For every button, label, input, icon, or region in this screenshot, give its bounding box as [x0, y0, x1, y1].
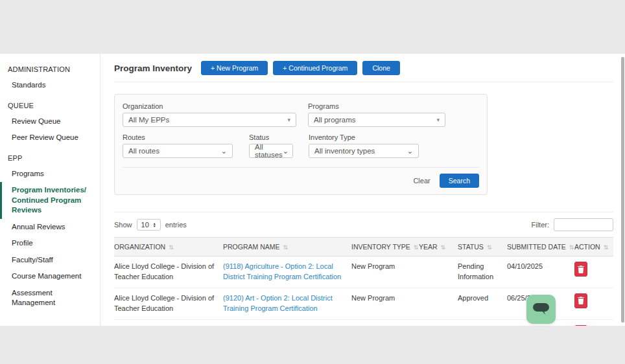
filter-label: Filter:	[532, 221, 550, 229]
column-header[interactable]: ACTION⇅	[574, 238, 613, 256]
programs-select[interactable]: All programs ▾	[308, 113, 445, 127]
sort-icon[interactable]: ⇅	[169, 244, 174, 251]
continued-program-button[interactable]: + Continued Program	[273, 61, 357, 75]
organization-label: Organization	[123, 102, 296, 110]
column-header[interactable]: YEAR⇅	[419, 238, 458, 256]
main-content: Program Inventory + New Program+ Continu…	[101, 54, 620, 326]
page-header: Program Inventory + New Program+ Continu…	[114, 60, 613, 76]
table-filter-input[interactable]	[554, 218, 613, 231]
sort-icon[interactable]: ⇅	[487, 244, 492, 251]
routes-label: Routes	[123, 133, 233, 141]
nav-section-header: QUEUE	[8, 102, 92, 109]
table-row: Alice Lloyd College - Division of Teache…	[114, 256, 613, 288]
section-divider	[114, 212, 613, 212]
column-header[interactable]: STATUS⇅	[458, 238, 507, 256]
sidebar: ADMINISTRATIONStandardsQUEUEReview Queue…	[0, 54, 100, 326]
routes-select[interactable]: All routes ⌄	[123, 144, 233, 158]
sort-icon[interactable]: ⇅	[414, 244, 419, 251]
page-size-select[interactable]: 10 ▲ ▼	[137, 219, 161, 231]
program-link[interactable]: (9120) Art - Option 2: Local District Tr…	[223, 294, 333, 312]
table-header-row: ORGANIZATION⇅PROGRAM NAME⇅INVENTORY TYPE…	[114, 238, 613, 256]
sidebar-item-program-inventories[interactable]: Program Inventories/ Continued Program R…	[0, 182, 100, 219]
screen: ADMINISTRATIONStandardsQUEUEReview Queue…	[0, 0, 625, 364]
sidebar-item-assessment-management[interactable]: Assessment Management	[0, 285, 100, 312]
routes-filter-group: Routes All routes ⌄	[123, 133, 233, 158]
programs-filter-group: Programs All programs ▾	[308, 102, 445, 127]
column-label: ORGANIZATION	[114, 243, 165, 251]
program-link[interactable]: (9118) Agriculture - Option 2: Local Dis…	[223, 262, 341, 280]
spinner-down-icon: ▼	[153, 225, 156, 227]
sort-icon[interactable]: ⇅	[283, 244, 289, 251]
program-cell: (9118) Agriculture - Option 2: Local Dis…	[223, 256, 351, 288]
routes-value: All routes	[128, 147, 159, 155]
action-cell	[574, 256, 613, 288]
year-cell	[419, 256, 458, 288]
sidebar-item-profile[interactable]: Profile	[0, 235, 100, 252]
delete-button[interactable]	[574, 262, 587, 277]
sidebar-item-standards[interactable]: Standards	[0, 77, 100, 94]
organization-select[interactable]: All My EPPs ▾	[123, 113, 296, 127]
programs-value: All programs	[314, 116, 356, 124]
filter-panel: Organization All My EPPs ▾ Programs All …	[114, 94, 488, 195]
table-controls: Show 10 ▲ ▼ entries Filter:	[114, 218, 613, 231]
clone-button[interactable]: Clone	[362, 61, 399, 75]
sidebar-item-programs[interactable]: Programs	[0, 166, 100, 183]
inventory-type-select[interactable]: All inventory types ⌄	[309, 144, 419, 158]
chevron-down-icon: ⌄	[283, 149, 289, 153]
column-header[interactable]: INVENTORY TYPE⇅	[351, 238, 419, 256]
column-label: SUBMITTED DATE	[507, 243, 566, 251]
programs-label: Programs	[308, 102, 445, 110]
caret-down-icon: ▾	[287, 117, 290, 123]
organization-value: All My EPPs	[128, 116, 169, 124]
inventory-type-filter-group: Inventory Type All inventory types ⌄	[309, 133, 419, 158]
inventory-type-cell: New Program	[351, 288, 419, 319]
column-label: INVENTORY TYPE	[351, 243, 410, 251]
page-size-value: 10	[141, 221, 149, 229]
status-label: Status	[249, 133, 293, 141]
table-filter: Filter:	[532, 218, 614, 231]
sidebar-nav: ADMINISTRATIONStandardsQUEUEReview Queue…	[0, 65, 100, 312]
filter-row-1: Organization All My EPPs ▾ Programs All …	[123, 102, 479, 127]
column-label: ACTION	[574, 243, 600, 251]
sidebar-item-annual-reviews[interactable]: Annual Reviews	[0, 219, 100, 236]
sort-icon[interactable]: ⇅	[569, 244, 574, 251]
new-program-button[interactable]: + New Program	[201, 61, 268, 75]
status-cell: Approved	[458, 288, 507, 319]
inventory-type-label: Inventory Type	[309, 133, 419, 141]
chevron-down-icon: ⌄	[221, 149, 227, 153]
header-divider	[114, 82, 613, 82]
toolbar: + New Program+ Continued ProgramClone	[201, 61, 400, 75]
status-select[interactable]: All statuses ⌄	[249, 144, 293, 158]
vertical-scrollbar[interactable]	[621, 57, 624, 323]
show-entries: Show 10 ▲ ▼ entries	[114, 219, 187, 231]
column-header[interactable]: PROGRAM NAME⇅	[223, 238, 351, 256]
column-header[interactable]: ORGANIZATION⇅	[114, 238, 223, 256]
sort-icon[interactable]: ⇅	[604, 244, 609, 251]
chevron-down-icon: ⌄	[407, 149, 413, 153]
org-cell: Alice Lloyd College - Division of Teache…	[114, 256, 223, 288]
organization-filter-group: Organization All My EPPs ▾	[123, 102, 296, 127]
sidebar-item-peer-review-queue[interactable]: Peer Review Queue	[0, 130, 100, 146]
chat-bubble-icon	[532, 301, 550, 318]
sidebar-item-review-queue[interactable]: Review Queue	[0, 113, 100, 130]
search-button[interactable]: Search	[440, 174, 479, 188]
chat-widget-button[interactable]	[526, 295, 556, 324]
sidebar-item-course-management[interactable]: Course Management	[0, 268, 100, 285]
sidebar-item-faculty-staff[interactable]: Faculty/Staff	[0, 252, 100, 269]
inventory-type-cell: New Program	[351, 256, 419, 288]
filter-footer: Clear Search	[123, 167, 479, 188]
program-cell: (9120) Art - Option 2: Local District Tr…	[223, 288, 351, 319]
bottom-gray-strip	[0, 326, 625, 364]
org-cell: Alice Lloyd College - Division of Teache…	[114, 288, 223, 319]
status-cell: Pending Information	[458, 256, 507, 288]
show-label: Show	[114, 221, 132, 229]
page-title: Program Inventory	[114, 63, 192, 73]
sort-icon[interactable]: ⇅	[441, 244, 446, 251]
status-value: All statuses	[255, 143, 283, 159]
entries-label: entries	[165, 221, 187, 229]
delete-button[interactable]	[574, 293, 587, 308]
filter-row-2: Routes All routes ⌄ Status All statuses …	[123, 133, 479, 158]
clear-button[interactable]: Clear	[413, 177, 430, 185]
year-cell	[419, 288, 458, 319]
column-header[interactable]: SUBMITTED DATE⇅	[507, 238, 574, 256]
